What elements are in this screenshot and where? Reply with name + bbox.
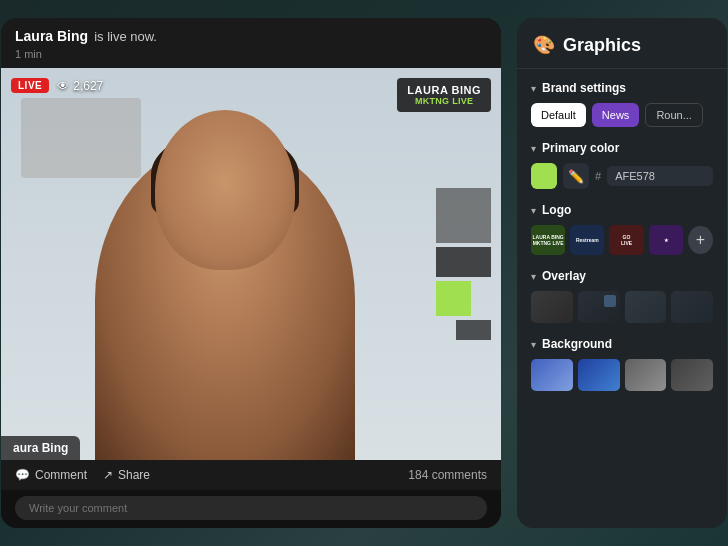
bg-thumb-1[interactable] [531,359,573,391]
color-row: ✏️ # AFE578 [531,163,713,189]
background-section: ▾ Background [531,337,713,391]
panel-header: 🎨 Graphics [517,18,727,69]
overlay-square-dark [436,247,491,277]
stream-meta: 1 min [15,48,487,60]
eye-icon: 👁 [57,79,69,93]
person-silhouette [95,140,355,460]
logo-item-4[interactable]: ★ [649,225,683,255]
overlay-section-title: Overlay [542,269,586,283]
person-head [155,110,295,270]
brand-section: ▾ Brand settings Default News Roun... [531,81,713,127]
overlay-square-small [456,320,491,340]
brand-btn-default[interactable]: Default [531,103,586,127]
logo-item-2[interactable]: Restream [570,225,604,255]
name-card-title: LAURA BING [407,84,481,96]
is-live-text: is live now. [94,29,157,44]
overlay-thumb-2[interactable] [578,291,620,323]
share-button[interactable]: ↗ Share [103,468,150,482]
brand-section-title: Brand settings [542,81,626,95]
live-badge: LIVE [11,78,49,93]
add-logo-button[interactable]: + [688,226,713,254]
color-hex-value: AFE578 [607,166,713,186]
brand-chevron[interactable]: ▾ [531,83,536,94]
logo-label-3: GOLIVE [621,234,632,246]
comment-icon: 💬 [15,468,30,482]
primary-color-header: ▾ Primary color [531,141,713,155]
brand-buttons: Default News Roun... [531,103,713,127]
color-swatch[interactable] [531,163,557,189]
overlay-thumb-4[interactable] [671,291,713,323]
bg-thumb-2[interactable] [578,359,620,391]
viewer-count: 👁 2,627 [57,79,103,93]
stream-title-row: Laura Bing is live now. [15,28,487,44]
action-buttons: 💬 Comment ↗ Share [15,468,150,482]
stream-header: Laura Bing is live now. 1 min [1,18,501,68]
share-label: Share [118,468,150,482]
overlay-thumb-1[interactable] [531,291,573,323]
logo-item-1[interactable]: LAURA BINGMKTNG LIVE [531,225,565,255]
stream-actions: 💬 Comment ↗ Share 184 comments [1,460,501,490]
streamer-name: Laura Bing [15,28,88,44]
comment-input-bar [1,490,501,528]
comment-input[interactable] [15,496,487,520]
logo-section-header: ▾ Logo [531,203,713,217]
brand-btn-round[interactable]: Roun... [645,103,702,127]
logo-section: ▾ Logo LAURA BINGMKTNG LIVE Restream GOL… [531,203,713,255]
video-area: LIVE 👁 2,627 LAURA BING MKTNG LIVE aura … [1,68,501,460]
background-chevron[interactable]: ▾ [531,339,536,350]
color-picker-button[interactable]: ✏️ [563,163,589,189]
primary-color-chevron[interactable]: ▾ [531,143,536,154]
overlay-thumb-3[interactable] [625,291,667,323]
comment-count: 184 comments [408,468,487,482]
primary-color-section: ▾ Primary color ✏️ # AFE578 [531,141,713,189]
brand-section-header: ▾ Brand settings [531,81,713,95]
overlay-chevron[interactable]: ▾ [531,271,536,282]
overlay-section: ▾ Overlay [531,269,713,323]
video-panel: Laura Bing is live now. 1 min LIVE 👁 2,6… [1,18,501,528]
logo-row: LAURA BINGMKTNG LIVE Restream GOLIVE ★ + [531,225,713,255]
overlay-square-gray [436,188,491,243]
bg-thumb-3[interactable] [625,359,667,391]
brand-btn-news[interactable]: News [592,103,640,127]
logo-section-title: Logo [542,203,571,217]
bottom-name-label: aura Bing [1,436,80,460]
shelf-decoration [21,98,141,178]
logo-item-3[interactable]: GOLIVE [609,225,643,255]
background-section-header: ▾ Background [531,337,713,351]
overlay-square-green [436,281,471,316]
overlay-section-header: ▾ Overlay [531,269,713,283]
panel-title: Graphics [563,35,641,56]
palette-icon: 🎨 [533,34,555,56]
logo-label-4: ★ [664,237,668,243]
logo-label-2: Restream [576,237,599,243]
comment-button[interactable]: 💬 Comment [15,468,87,482]
overlay-thumbnails [531,291,713,323]
logo-chevron[interactable]: ▾ [531,205,536,216]
viewer-count-value: 2,627 [73,79,103,93]
background-section-title: Background [542,337,612,351]
comment-label: Comment [35,468,87,482]
panel-content: ▾ Brand settings Default News Roun... ▾ … [517,69,727,528]
background-thumbnails [531,359,713,391]
graphic-overlay-elements [436,188,491,340]
color-hash: # [595,170,601,182]
bg-thumb-4[interactable] [671,359,713,391]
name-card-sub: MKTNG LIVE [407,96,481,106]
share-icon: ↗ [103,468,113,482]
live-badge-row: LIVE 👁 2,627 [11,78,103,93]
graphics-panel: 🎨 Graphics ▾ Brand settings Default News… [517,18,727,528]
name-card-overlay: LAURA BING MKTNG LIVE [397,78,491,112]
primary-color-title: Primary color [542,141,619,155]
logo-label-1: LAURA BINGMKTNG LIVE [533,234,564,246]
